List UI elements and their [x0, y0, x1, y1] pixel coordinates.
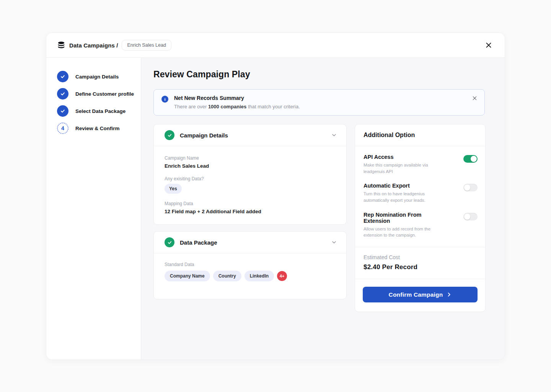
cost-value: $2.40 Per Record: [364, 263, 477, 271]
toggle-knob: [464, 214, 470, 220]
toggle-knob: [471, 156, 477, 162]
option-automatic-export: Automatic Export Turn this on to have le…: [364, 183, 478, 203]
step-label: Review & Confirm: [75, 126, 120, 131]
standard-data-pills: Company Name Country LinkedIn 4+: [165, 271, 336, 281]
more-fields-badge[interactable]: 4+: [277, 271, 287, 281]
field-label: Any exisiting Data?: [165, 176, 336, 181]
content-columns: Campaign Details Campaign Name Enrich Sa…: [153, 124, 485, 312]
banner-texts: Net New Records Summary There are over 1…: [174, 95, 300, 109]
step-complete-icon: [57, 105, 68, 117]
check-icon: [60, 74, 65, 79]
confirm-campaign-label: Confirm Campaign: [389, 291, 443, 298]
option-title: Rep Nomination From Extension: [364, 212, 442, 224]
check-icon: [167, 240, 172, 245]
field-label: Mapping Data: [165, 201, 336, 206]
banner-message: There are over 1000 companies that match…: [174, 104, 300, 109]
app-title: Data Campaigns /: [69, 42, 118, 49]
existing-data-pill: Yes: [165, 184, 182, 194]
banner-message-highlight: 1000 companies: [208, 104, 246, 109]
page-title: Review Campaign Play: [153, 69, 485, 80]
toggle-knob: [464, 185, 470, 191]
collapse-toggle[interactable]: [331, 132, 337, 138]
step-define-customer-profile[interactable]: Define Customer profile: [57, 88, 141, 100]
banner-title: Net New Records Summary: [174, 95, 300, 101]
option-description: Make this campaign available via leadgen…: [364, 162, 442, 175]
data-package-card: Data Package Standard Data Company Name: [153, 231, 347, 299]
wizard-stepper: Campaign Details Define Customer profile…: [46, 58, 141, 359]
chevron-down-icon: [331, 132, 337, 138]
banner-message-prefix: There are over: [174, 104, 208, 109]
campaign-name-field: Campaign Name Enrich Sales Lead: [165, 155, 336, 169]
cost-label: Estimated Cost: [364, 254, 477, 260]
close-icon: [473, 96, 477, 100]
estimated-cost-section: Estimated Cost $2.40 Per Record: [355, 247, 485, 279]
check-icon: [167, 133, 172, 138]
field-value: Enrich Sales Lead: [165, 163, 336, 169]
banner-message-suffix: that match your criteria.: [246, 104, 300, 109]
chevron-down-icon: [331, 239, 337, 245]
step-complete-icon: [57, 88, 68, 100]
net-new-records-banner: i Net New Records Summary There are over…: [153, 89, 485, 116]
confirm-campaign-button[interactable]: Confirm Campaign: [363, 287, 478, 302]
campaign-details-card: Campaign Details Campaign Name Enrich Sa…: [153, 124, 347, 225]
data-field-pill: LinkedIn: [245, 271, 274, 281]
additional-options-card: Additional Option API Access Make this c…: [355, 124, 486, 312]
data-field-pill: Country: [213, 271, 241, 281]
step-select-data-package[interactable]: Select Data Package: [57, 105, 141, 117]
check-icon: [60, 91, 65, 96]
chevron-right-icon: [447, 292, 452, 297]
check-icon: [60, 108, 65, 114]
field-value: 12 Field map + 2 Additional Field added: [165, 209, 336, 214]
option-rep-nomination: Rep Nomination From Extension Allow user…: [364, 212, 478, 238]
info-icon: i: [161, 96, 168, 103]
field-label: Campaign Name: [165, 155, 336, 161]
main-content: Review Campaign Play i Net New Records S…: [141, 58, 505, 359]
option-texts: API Access Make this campaign available …: [364, 154, 442, 175]
step-campaign-details[interactable]: Campaign Details: [57, 71, 141, 82]
data-field-pill: Company Name: [165, 271, 210, 281]
additional-options-title: Additional Option: [355, 124, 485, 146]
options-list: API Access Make this campaign available …: [355, 146, 485, 247]
modal-header: Data Campaigns / Enrich Sales Lead: [46, 33, 505, 58]
campaign-details-body: Campaign Name Enrich Sales Lead Any exis…: [154, 146, 346, 224]
modal-body: Campaign Details Define Customer profile…: [46, 58, 505, 359]
campaign-details-card-header[interactable]: Campaign Details: [154, 124, 346, 146]
banner-close-button[interactable]: [472, 95, 478, 102]
card-title: Data Package: [180, 239, 217, 246]
option-texts: Rep Nomination From Extension Allow user…: [364, 212, 442, 238]
card-title: Campaign Details: [180, 132, 228, 139]
summary-column: Campaign Details Campaign Name Enrich Sa…: [153, 124, 347, 299]
confirm-section: Confirm Campaign: [355, 279, 485, 312]
collapse-toggle[interactable]: [331, 239, 337, 245]
option-description: Allow users to add record from the exten…: [364, 226, 442, 238]
campaign-wizard-modal: Data Campaigns / Enrich Sales Lead Campa…: [46, 33, 505, 360]
step-review-confirm[interactable]: 4 Review & Confirm: [57, 122, 141, 134]
step-label: Define Customer profile: [75, 91, 134, 97]
api-access-toggle[interactable]: [463, 155, 478, 163]
database-icon: [57, 41, 65, 49]
data-package-card-header[interactable]: Data Package: [154, 232, 346, 253]
rep-nomination-toggle[interactable]: [463, 213, 478, 220]
close-icon: [486, 42, 492, 48]
existing-data-field: Any exisiting Data? Yes: [165, 176, 336, 194]
option-api-access: API Access Make this campaign available …: [364, 154, 478, 175]
field-label: Standard Data: [165, 262, 336, 267]
options-column: Additional Option API Access Make this c…: [355, 124, 486, 312]
option-title: API Access: [364, 154, 442, 160]
mapping-data-field: Mapping Data 12 Field map + 2 Additional…: [165, 201, 336, 214]
step-number-badge: 4: [57, 122, 68, 134]
option-description: Turn this on to have leadgenius automati…: [364, 191, 442, 203]
automatic-export-toggle[interactable]: [463, 184, 478, 191]
campaign-name-pill: Enrich Sales Lead: [122, 40, 171, 51]
section-complete-icon: [165, 130, 174, 140]
option-title: Automatic Export: [364, 183, 442, 189]
data-package-body: Standard Data Company Name Country Linke…: [154, 253, 346, 299]
section-complete-icon: [165, 237, 174, 247]
step-label: Campaign Details: [75, 74, 119, 80]
brand: Data Campaigns /: [57, 41, 118, 49]
option-texts: Automatic Export Turn this on to have le…: [364, 183, 442, 203]
step-label: Select Data Package: [75, 108, 126, 114]
step-complete-icon: [57, 71, 68, 82]
modal-close-button[interactable]: [483, 40, 494, 51]
